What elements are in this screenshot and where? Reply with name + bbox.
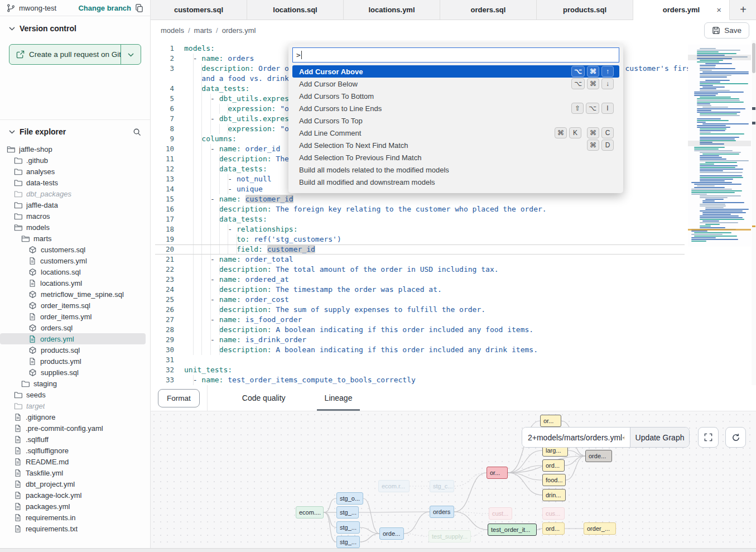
file-tree-item[interactable]: order_items.sql bbox=[0, 300, 146, 311]
chevron-down-icon[interactable] bbox=[9, 129, 15, 134]
file-tree-item[interactable]: models bbox=[0, 222, 146, 233]
bottom-tab-code-quality[interactable]: Code quality bbox=[234, 385, 293, 411]
file-tree-item[interactable]: macros bbox=[0, 210, 146, 222]
pull-request-dropdown-caret[interactable] bbox=[121, 45, 141, 64]
file-tree-item[interactable]: order_items.yml bbox=[0, 311, 146, 322]
lineage-node-cus_f2[interactable]: cus... bbox=[542, 507, 565, 520]
file-tree-item[interactable]: .pre-commit-config.yaml bbox=[0, 423, 146, 434]
lineage-node-stg_2[interactable]: stg_... bbox=[336, 521, 360, 534]
editor-scrollbar[interactable] bbox=[752, 40, 756, 385]
palette-item[interactable]: Add Cursors to Line Ends⇧⌥I bbox=[292, 102, 619, 114]
code-line[interactable]: 31 bbox=[155, 355, 685, 365]
lineage-node-stgc_f[interactable]: stg_c... bbox=[430, 480, 454, 492]
lineage-node-orde_b[interactable]: orde... bbox=[379, 527, 404, 540]
code-line[interactable]: 17 data_tests: bbox=[155, 214, 685, 224]
lineage-node-ecomr_f[interactable]: ecom.r... bbox=[378, 480, 410, 492]
code-line[interactable]: 28 description: A boolean indicating if … bbox=[155, 325, 685, 335]
code-line[interactable]: 21 - name: order_total bbox=[155, 255, 685, 265]
code-line[interactable]: 22 description: The total amount of the … bbox=[155, 265, 685, 275]
file-tree-item[interactable]: marts bbox=[0, 233, 146, 244]
minimap[interactable] bbox=[688, 45, 751, 247]
palette-item[interactable]: Add Selection To Next Find Match⌘D bbox=[292, 139, 619, 151]
lineage-node-or_pink[interactable]: or... bbox=[487, 467, 508, 479]
lineage-node-drin[interactable]: drin... bbox=[542, 489, 566, 501]
tab-customers.sql[interactable]: customers.sql bbox=[151, 0, 247, 20]
palette-item[interactable]: Add Cursor Above⌥⌘↑ bbox=[292, 65, 619, 78]
file-tree-item[interactable]: target bbox=[0, 400, 146, 411]
code-line[interactable]: 18 - relationships: bbox=[155, 224, 685, 234]
change-branch-link[interactable]: Change branch bbox=[78, 4, 131, 12]
palette-item[interactable]: Add Cursors To Bottom bbox=[292, 90, 619, 102]
refresh-button[interactable] bbox=[725, 427, 746, 448]
code-line[interactable]: 20 field: customer_id bbox=[155, 244, 685, 255]
file-tree-item[interactable]: jaffle-data bbox=[0, 199, 146, 210]
file-tree-item[interactable]: README.md bbox=[0, 456, 146, 467]
tab-locations.yml[interactable]: locations.yml bbox=[344, 0, 440, 20]
scrollbar-thumb[interactable] bbox=[752, 43, 755, 73]
file-tree-item[interactable]: packages.yml bbox=[0, 501, 146, 512]
lineage-node-ord1[interactable]: ord... bbox=[542, 459, 565, 472]
tab-products.sql[interactable]: products.sql bbox=[537, 0, 633, 20]
code-line[interactable]: 29 - name: is_drink_order bbox=[155, 335, 685, 345]
command-palette-input[interactable]: > bbox=[292, 47, 619, 63]
file-tree-item[interactable]: .github bbox=[0, 155, 146, 166]
code-line[interactable]: 26 description: The sum of supply expens… bbox=[155, 305, 685, 315]
save-button[interactable]: Save bbox=[704, 22, 749, 39]
tab-orders.yml[interactable]: orders.yml× bbox=[633, 0, 730, 20]
file-tree-item[interactable]: locations.sql bbox=[0, 266, 146, 277]
palette-item[interactable]: Add Cursor Below⌥⌘↓ bbox=[292, 78, 619, 90]
lineage-node-ord2[interactable]: ord... bbox=[542, 522, 565, 535]
file-tree-item[interactable]: products.yml bbox=[0, 356, 146, 367]
breadcrumb-segment[interactable]: orders.yml bbox=[222, 26, 256, 35]
lineage-node-stg_1[interactable]: stg_... bbox=[336, 506, 359, 519]
lineage-node-orders[interactable]: orders bbox=[430, 506, 454, 518]
file-tree-item[interactable]: customers.sql bbox=[0, 244, 146, 255]
lineage-node-cust_f[interactable]: cust... bbox=[489, 507, 512, 520]
copy-icon[interactable] bbox=[135, 4, 143, 12]
file-tree-item[interactable]: Taskfile.yml bbox=[0, 467, 146, 478]
lineage-node-or_top[interactable]: or... bbox=[540, 415, 561, 427]
tab-orders.sql[interactable]: orders.sql bbox=[440, 0, 537, 20]
code-line[interactable]: 33 - name: test_order_items_compute_to_b… bbox=[155, 375, 685, 385]
lineage-selector-input[interactable] bbox=[522, 428, 630, 447]
file-tree-item[interactable]: jaffle-shop bbox=[0, 143, 146, 155]
lineage-node-tsup_f[interactable]: test_supply... bbox=[428, 530, 471, 543]
file-tree-item[interactable]: .sqlfluff bbox=[0, 434, 146, 445]
file-tree-item[interactable]: dbt_packages bbox=[0, 188, 146, 199]
update-graph-button[interactable]: Update Graph bbox=[630, 428, 689, 447]
code-line[interactable]: 25 - name: order_cost bbox=[155, 295, 685, 305]
code-line[interactable]: 16 description: The foreign key relating… bbox=[155, 204, 685, 214]
bottom-tab-lineage[interactable]: Lineage bbox=[317, 385, 360, 411]
lineage-node-ecom[interactable]: ecom.... bbox=[296, 506, 324, 519]
file-tree-item[interactable]: orders.sql bbox=[0, 322, 146, 333]
palette-item[interactable]: Add Cursors To Top bbox=[292, 114, 619, 127]
code-line[interactable]: 27 - name: is_food_order bbox=[155, 315, 685, 325]
lineage-node-stg_3[interactable]: stg_... bbox=[336, 536, 360, 548]
file-tree-item[interactable]: dbt_project.yml bbox=[0, 478, 146, 489]
file-tree-item[interactable]: package-lock.yml bbox=[0, 489, 146, 501]
search-icon[interactable] bbox=[133, 128, 141, 136]
file-tree-item[interactable]: locations.yml bbox=[0, 277, 146, 289]
code-line[interactable]: 19 to: ref('stg_customers') bbox=[155, 234, 685, 244]
palette-item[interactable]: Add Line Comment⌘K⌘C bbox=[292, 127, 619, 139]
file-tree-item[interactable]: .sqlfluffignore bbox=[0, 445, 146, 456]
lineage-node-togi[interactable]: test_order_it... bbox=[488, 524, 537, 536]
code-line[interactable]: 30 description: A boolean indicating if … bbox=[155, 345, 685, 355]
file-tree-item[interactable]: requirements.in bbox=[0, 512, 146, 523]
file-tree-item[interactable]: metricflow_time_spine.sql bbox=[0, 289, 146, 300]
file-tree-item[interactable]: seeds bbox=[0, 389, 146, 400]
breadcrumb-segment[interactable]: models bbox=[161, 26, 184, 35]
file-tree-item[interactable]: staging bbox=[0, 378, 146, 389]
lineage-canvas[interactable]: Update Graph ecom....stg_o...stg_...stg_… bbox=[151, 411, 756, 548]
chevron-down-icon[interactable] bbox=[9, 26, 15, 31]
code-line[interactable]: 24 description: The timestamp the order … bbox=[155, 285, 685, 295]
file-tree-item[interactable]: data-tests bbox=[0, 177, 146, 188]
palette-item[interactable]: Build all modified and downstream models bbox=[292, 176, 619, 188]
code-line[interactable]: 15 - name: customer_id bbox=[155, 194, 685, 204]
create-pull-request-button[interactable]: Create a pull request on Git... bbox=[9, 44, 141, 65]
palette-item[interactable]: Build all models related to the modified… bbox=[292, 164, 619, 176]
lineage-node-stg_o[interactable]: stg_o... bbox=[336, 492, 363, 505]
close-icon[interactable]: × bbox=[716, 5, 721, 15]
code-line[interactable]: 32unit_tests: bbox=[155, 365, 685, 375]
file-tree-item[interactable]: requirements.txt bbox=[0, 523, 146, 534]
